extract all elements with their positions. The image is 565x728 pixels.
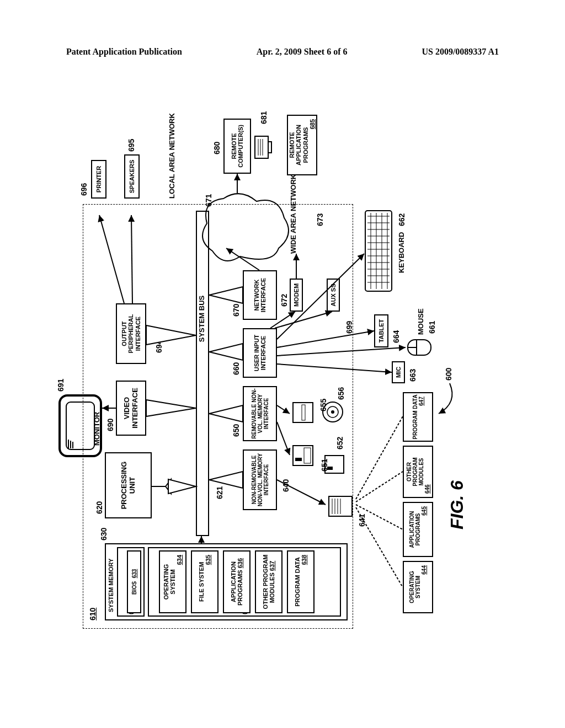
header-left: Patent Application Publication	[66, 47, 182, 57]
diagram-fig6: 610 SYSTEM MEMORY 630 (ROM) 631 BIOS 633…	[72, 83, 497, 634]
fig-caption: FIG. 6	[447, 480, 467, 529]
svg-line-56	[277, 405, 290, 414]
svg-marker-49	[209, 344, 243, 360]
svg-line-57	[277, 364, 392, 372]
svg-line-53	[131, 215, 132, 303]
svg-marker-45	[146, 400, 196, 416]
svg-line-52	[99, 215, 124, 303]
svg-marker-46	[146, 325, 196, 345]
header-center: Apr. 2, 2009 Sheet 6 of 6	[257, 47, 348, 57]
svg-line-54	[277, 480, 326, 505]
svg-line-67	[356, 505, 403, 529]
svg-line-58	[277, 347, 406, 356]
ref-691: 691	[56, 379, 65, 392]
svg-line-66	[356, 507, 403, 587]
svg-line-59	[277, 331, 374, 347]
header-right: US 2009/0089337 A1	[422, 47, 499, 57]
svg-line-55	[277, 422, 290, 455]
svg-marker-50	[209, 287, 243, 303]
ref-600: 600	[444, 368, 453, 381]
svg-line-68	[356, 472, 403, 502]
arrows	[72, 83, 497, 634]
svg-line-63	[226, 248, 259, 270]
svg-marker-47	[209, 472, 243, 488]
svg-marker-44	[168, 479, 196, 494]
svg-line-60	[277, 254, 364, 339]
svg-marker-48	[209, 405, 243, 422]
figure-area: 610 SYSTEM MEMORY 630 (ROM) 631 BIOS 633…	[8, 146, 560, 571]
